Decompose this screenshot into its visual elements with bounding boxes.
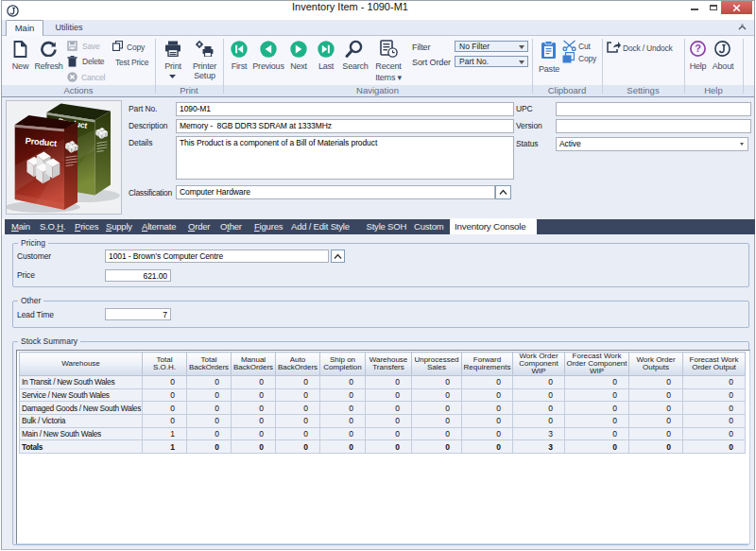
- svg-text:?: ?: [695, 43, 701, 54]
